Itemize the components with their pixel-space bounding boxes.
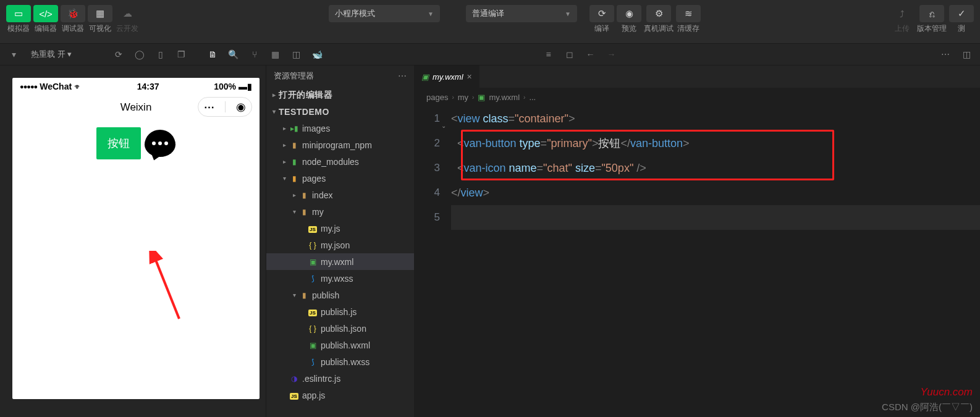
folder-index[interactable]: ▸▮index xyxy=(266,187,414,203)
code-lines[interactable]: ⌄ <view class="container"> <van-button t… xyxy=(451,106,980,230)
folder-my[interactable]: ▾▮my xyxy=(266,203,414,220)
breadcrumb[interactable]: pages› my› ▣my.wxml› ... xyxy=(426,93,536,102)
simulator-label: 模拟器 xyxy=(7,23,30,34)
file-publish-wxss[interactable]: ⟆publish.wxss xyxy=(266,353,414,370)
simulator-panel: ●●●●● WeChatᯤ 14:37 100% ▬▮ Weixin ⋯ ◉ 按… xyxy=(0,65,266,417)
clear-cache-button[interactable]: ≋ xyxy=(676,5,701,22)
more-icon[interactable]: ⋯ xyxy=(937,47,954,62)
capsule-menu-icon[interactable]: ⋯ xyxy=(204,101,214,114)
compile-select[interactable]: 普通编译 ▼ xyxy=(466,5,577,22)
docker-icon[interactable]: 🐋 xyxy=(309,47,326,62)
stop-icon[interactable]: ◯ xyxy=(131,47,148,62)
editor-panel: ▣ my.wxml × pages› my› ▣my.wxml› ... 1 2… xyxy=(414,65,980,417)
folder-miniprogram-npm[interactable]: ▸▮miniprogram_npm xyxy=(266,137,414,153)
explorer-panel: 资源管理器 ⋯ ▸打开的编辑器 ▾TESTDEMO ▸▸▮images ▸▮mi… xyxy=(266,65,414,417)
battery-label: 100% xyxy=(214,82,236,91)
file-my-wxml[interactable]: ▣my.wxml xyxy=(266,253,414,270)
device-icon[interactable]: ▯ xyxy=(152,47,169,62)
open-editors-section[interactable]: ▸打开的编辑器 xyxy=(266,86,414,103)
simulator-toggle[interactable]: ▭ xyxy=(6,5,31,22)
carrier-label: WeChat xyxy=(40,82,72,91)
sub-toolbar: ▾ 热重载 开 ▾ ⟳ ◯ ▯ ❐ 🗎 🔍 ⑂ ▦ ◫ 🐋 ≡ ◻ ← → ⋯ … xyxy=(0,43,980,65)
search-icon[interactable]: 🔍 xyxy=(225,47,242,62)
wxml-icon: ▣ xyxy=(421,72,429,82)
file-publish-js[interactable]: JSpublish.js xyxy=(266,303,414,320)
real-device-label: 真机调试 xyxy=(644,23,674,34)
file-tree: ▸打开的编辑器 ▾TESTDEMO ▸▸▮images ▸▮miniprogra… xyxy=(266,86,414,417)
chevron-down-icon: ▼ xyxy=(565,11,571,17)
compile-label: 编译 xyxy=(594,23,609,34)
hot-reload-status[interactable]: 热重载 开 ▾ xyxy=(26,49,77,60)
preview-label: 预览 xyxy=(622,23,636,34)
files-icon[interactable]: 🗎 xyxy=(204,47,221,62)
chat-icon xyxy=(145,130,175,157)
real-device-button[interactable]: ⚙ xyxy=(646,5,671,22)
upload-button[interactable]: ⤴ xyxy=(890,5,915,22)
time-label: 14:37 xyxy=(137,82,159,91)
folder-node-modules[interactable]: ▸▮node_modules xyxy=(266,153,414,170)
extensions-icon[interactable]: ▦ xyxy=(267,47,284,62)
primary-button[interactable]: 按钮 xyxy=(96,127,141,159)
visualize-button[interactable]: ▦ xyxy=(88,5,112,22)
watermark-author: CSDN @阿浩(￣▽￣) xyxy=(882,402,973,413)
nav-bar: Weixin ⋯ ◉ xyxy=(12,95,260,120)
multiwindow-icon[interactable]: ❐ xyxy=(173,47,190,62)
fold-icon[interactable]: ⌄ xyxy=(441,114,446,138)
file-publish-json[interactable]: { }publish.json xyxy=(266,320,414,337)
compile-button[interactable]: ⟳ xyxy=(589,5,614,22)
version-button[interactable]: ⎌ xyxy=(919,5,944,22)
signal-icon: ●●●●● xyxy=(20,83,37,90)
file-publish-wxml[interactable]: ▣publish.wxml xyxy=(266,337,414,353)
file-my-js[interactable]: JSmy.js xyxy=(266,220,414,237)
watermark: Yuucn.com xyxy=(921,386,973,398)
close-icon[interactable]: × xyxy=(467,72,472,82)
project-root[interactable]: ▾TESTDEMO xyxy=(266,103,414,120)
menu-icon[interactable]: ≡ xyxy=(540,47,557,62)
tab-my-wxml[interactable]: ▣ my.wxml × xyxy=(414,65,480,88)
svg-line-0 xyxy=(154,257,179,319)
wxml-icon: ▣ xyxy=(478,93,485,102)
editor-label: 编辑器 xyxy=(35,23,57,34)
chevron-down-icon[interactable]: ▾ xyxy=(5,47,22,62)
file-eslintrc[interactable]: ◑.eslintrc.js xyxy=(266,370,414,387)
refresh-icon[interactable]: ⟳ xyxy=(110,47,127,62)
explorer-title: 资源管理器 xyxy=(274,70,314,82)
bookmark-icon[interactable]: ◻ xyxy=(561,47,578,62)
capsule-button[interactable]: ⋯ ◉ xyxy=(198,97,252,117)
folder-pages[interactable]: ▾▮pages xyxy=(266,170,414,187)
device-frame: ●●●●● WeChatᯤ 14:37 100% ▬▮ Weixin ⋯ ◉ 按… xyxy=(12,78,260,399)
editor-tabs: ▣ my.wxml × xyxy=(414,65,980,88)
page-title: Weixin xyxy=(120,101,152,114)
file-app-js[interactable]: JSapp.js xyxy=(266,387,414,403)
folder-publish[interactable]: ▾▮publish xyxy=(266,287,414,303)
version-label: 版本管理 xyxy=(917,23,947,34)
preview-button[interactable]: ◉ xyxy=(617,5,641,22)
page-body: 按钮 xyxy=(12,120,260,159)
folder-images[interactable]: ▸▸▮images xyxy=(266,120,414,137)
main-toolbar: ▭ 模拟器 </> 编辑器 🐞 调试器 ▦ 可视化 ☁ 云开发 小程序模式 ▼ … xyxy=(0,0,980,43)
visualize-label: 可视化 xyxy=(89,23,111,34)
test-label: 测 xyxy=(958,23,965,34)
git-icon[interactable]: ⑂ xyxy=(246,47,263,62)
explorer-more-icon[interactable]: ⋯ xyxy=(398,71,407,81)
debugger-toggle[interactable]: 🐞 xyxy=(61,5,85,22)
debugger-label: 调试器 xyxy=(62,23,84,34)
split-icon[interactable]: ◫ xyxy=(288,47,305,62)
test-button[interactable]: ✓ xyxy=(949,5,974,22)
chevron-down-icon: ▼ xyxy=(428,11,434,17)
file-my-json[interactable]: { }my.json xyxy=(266,237,414,253)
mode-select[interactable]: 小程序模式 ▼ xyxy=(329,5,440,22)
cloud-label: 云开发 xyxy=(116,23,138,34)
back-icon[interactable]: ← xyxy=(582,47,599,62)
code-area[interactable]: 1 2 3 4 5 ⌄ <view class="container"> <va… xyxy=(414,106,980,230)
battery-icon: ▬▮ xyxy=(239,82,252,91)
forward-icon[interactable]: → xyxy=(603,47,620,62)
capsule-close-icon[interactable]: ◉ xyxy=(236,100,246,114)
cloud-button[interactable]: ☁ xyxy=(115,5,140,22)
split-editor-icon[interactable]: ◫ xyxy=(958,47,975,62)
editor-toggle[interactable]: </> xyxy=(33,5,58,22)
status-bar: ●●●●● WeChatᯤ 14:37 100% ▬▮ xyxy=(12,78,260,95)
file-my-wxss[interactable]: ⟆my.wxss xyxy=(266,270,414,287)
mode-select-value: 小程序模式 xyxy=(335,8,375,19)
wifi-icon: ᯤ xyxy=(74,82,82,91)
